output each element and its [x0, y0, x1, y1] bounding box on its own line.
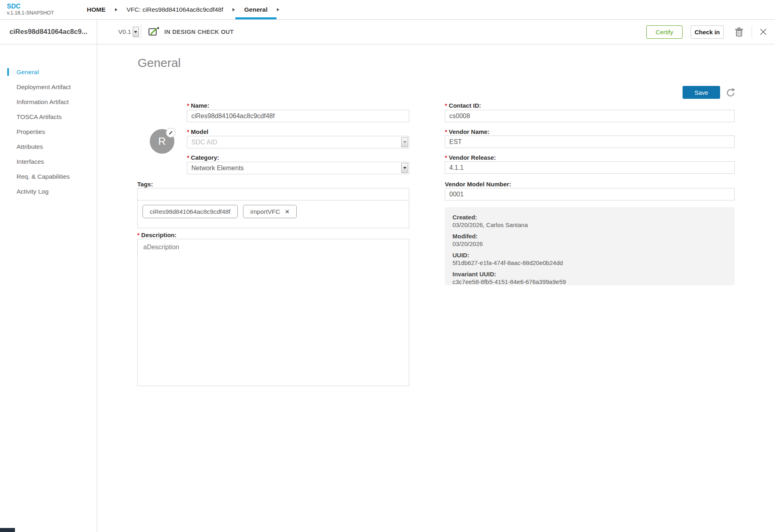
tags-label: Tags: — [137, 181, 153, 188]
modified-label: Modifed: — [452, 232, 727, 240]
delete-button[interactable] — [734, 27, 744, 37]
sidebar-item-attributes[interactable]: Attributes — [0, 139, 97, 154]
resource-title: ciRes98d841064ac8c9... — [10, 28, 88, 36]
vendor-release-label: *Vendor Release: — [445, 154, 496, 161]
sidebar-item-label: Interfaces — [17, 158, 44, 165]
trash-icon — [735, 27, 744, 37]
sidebar-item-label: General — [17, 69, 39, 76]
chevron-down-icon — [401, 137, 408, 147]
vendor-name-input[interactable] — [445, 136, 735, 148]
top-header: SDC v.1.16.1-SNAPSHOT HOME VFC: ciRes98d… — [0, 0, 775, 20]
created-label: Created: — [452, 213, 727, 221]
pencil-icon — [168, 130, 173, 135]
breadcrumb-general[interactable]: General — [240, 0, 272, 19]
vendor-model-number-input[interactable] — [445, 188, 735, 200]
contact-id-input[interactable] — [445, 110, 735, 122]
metadata-box: Created: 03/20/2026, Carlos Santana Modi… — [445, 207, 735, 285]
created-value: 03/20/2026, Carlos Santana — [452, 221, 727, 229]
name-label: *Name: — [187, 102, 209, 109]
tag-chip-label: ciRes98d841064ac8c9cdf48f — [150, 208, 230, 215]
tags-input[interactable] — [137, 188, 409, 200]
invariant-uuid-value: c3c7ee58-8fb5-4151-84e6-676a399a9e59 — [452, 278, 727, 286]
required-asterisk: * — [187, 102, 189, 109]
sidebar-item-label: TOSCA Artifacts — [17, 113, 62, 121]
sidebar-nav: General Deployment Artifact Information … — [0, 44, 97, 199]
refresh-icon — [725, 88, 736, 98]
required-asterisk: * — [187, 128, 189, 135]
footer-corner — [0, 528, 15, 532]
chevron-right-icon — [232, 8, 235, 11]
refresh-button[interactable] — [725, 88, 736, 98]
checkout-pencil-icon — [148, 27, 160, 37]
category-select[interactable]: Network Elements — [187, 162, 409, 174]
required-asterisk: * — [445, 102, 447, 109]
sidebar-item-label: Req. & Capabilities — [17, 173, 70, 180]
active-indicator-bar — [7, 68, 9, 76]
status-text: IN DESIGN CHECK OUT — [164, 29, 234, 35]
required-asterisk: * — [445, 154, 447, 161]
close-icon — [760, 28, 767, 35]
description-label: *Description: — [137, 232, 176, 238]
sidebar-header: ciRes98d841064ac8c9... — [0, 20, 97, 44]
avatar-letter: R — [158, 135, 166, 148]
uuid-value: 5f1db627-e1fa-474f-8aac-88d20e0b24dd — [452, 259, 727, 267]
lifecycle-status: IN DESIGN CHECK OUT — [148, 20, 234, 44]
remove-tag-icon[interactable]: × — [285, 208, 289, 215]
sidebar-item-properties[interactable]: Properties — [0, 124, 97, 139]
model-label: *Model — [187, 128, 208, 135]
certify-button[interactable]: Certify — [646, 25, 683, 39]
sidebar-item-label: Deployment Artifact — [17, 83, 71, 91]
divider — [752, 26, 752, 38]
avatar[interactable]: R — [150, 129, 174, 154]
tag-chip-label: importVFC — [250, 208, 280, 215]
sidebar-item-label: Properties — [17, 128, 45, 136]
checkin-button[interactable]: Check in — [691, 25, 724, 39]
sidebar-item-information-artifact[interactable]: Information Artifact — [0, 94, 97, 109]
chevron-right-icon — [277, 8, 279, 11]
breadcrumb: HOME VFC: ciRes98d841064ac8c9cdf48f Gene… — [83, 0, 285, 19]
tags-chip-list: ciRes98d841064ac8c9cdf48f importVFC× — [137, 200, 409, 228]
sidebar-item-req-capabilities[interactable]: Req. & Capabilities — [0, 169, 97, 184]
sidebar-item-general[interactable]: General — [0, 65, 97, 79]
version-dropdown[interactable]: V0.1 — [118, 20, 139, 44]
app-logo[interactable]: SDC v.1.16.1-SNAPSHOT — [7, 2, 54, 16]
tag-chip: ciRes98d841064ac8c9cdf48f — [142, 205, 238, 218]
app-logo-text: SDC — [7, 2, 54, 10]
chevron-down-icon[interactable] — [133, 27, 139, 37]
model-select-value: SDC AID — [191, 139, 217, 146]
sidebar-item-label: Attributes — [17, 143, 43, 150]
toolbar: V0.1 IN DESIGN CHECK OUT Certify Check i… — [97, 20, 775, 44]
sidebar-item-label: Information Artifact — [17, 98, 69, 106]
close-button[interactable] — [759, 28, 768, 37]
page-title: General — [138, 56, 181, 70]
sidebar-item-interfaces[interactable]: Interfaces — [0, 154, 97, 169]
invariant-uuid-label: Invariant UUID: — [452, 270, 727, 278]
required-asterisk: * — [187, 154, 189, 161]
sidebar-item-deployment-artifact[interactable]: Deployment Artifact — [0, 79, 97, 94]
avatar-edit-button[interactable] — [166, 128, 176, 138]
sidebar-item-activity-log[interactable]: Activity Log — [0, 184, 97, 199]
uuid-label: UUID: — [452, 251, 727, 259]
name-input[interactable] — [187, 110, 409, 122]
divider — [141, 24, 141, 40]
model-select[interactable]: SDC AID — [187, 136, 409, 148]
description-textarea[interactable]: aDescription — [137, 239, 409, 386]
modified-value: 03/20/2026 — [452, 240, 727, 248]
vendor-model-number-label: Vendor Model Number: — [445, 181, 511, 188]
contact-id-label: *Contact ID: — [445, 102, 481, 109]
category-select-value: Network Elements — [191, 165, 244, 172]
sidebar-item-tosca-artifacts[interactable]: TOSCA Artifacts — [0, 109, 97, 124]
tag-chip: importVFC× — [243, 205, 297, 218]
chevron-right-icon — [115, 8, 117, 11]
chevron-down-icon — [401, 163, 408, 173]
version-label: V0.1 — [118, 28, 131, 35]
breadcrumb-vfc[interactable]: VFC: ciRes98d841064ac8c9cdf48f — [123, 0, 228, 19]
breadcrumb-home[interactable]: HOME — [83, 0, 110, 19]
vendor-release-input[interactable] — [445, 161, 735, 174]
app-version: v.1.16.1-SNAPSHOT — [7, 10, 54, 16]
required-asterisk: * — [137, 232, 140, 238]
left-sidebar: ciRes98d841064ac8c9... General Deploymen… — [0, 20, 97, 532]
vendor-name-label: *Vendor Name: — [445, 128, 490, 135]
required-asterisk: * — [445, 128, 447, 135]
save-button[interactable]: Save — [683, 86, 720, 99]
